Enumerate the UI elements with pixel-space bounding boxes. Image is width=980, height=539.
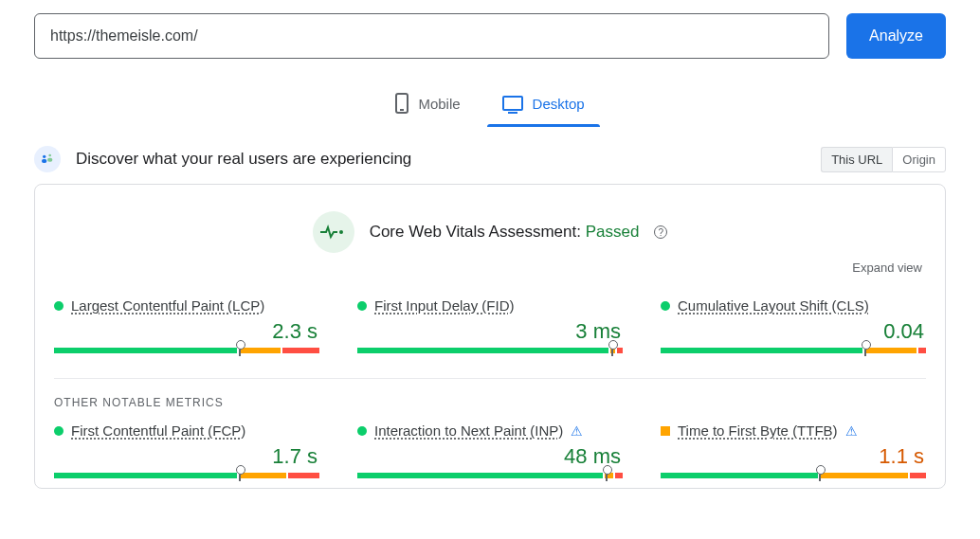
metric-name-link[interactable]: Largest Contentful Paint (LCP)	[71, 297, 264, 314]
scope-this-url[interactable]: This URL	[821, 147, 892, 172]
url-input[interactable]	[34, 13, 829, 59]
experimental-icon: ⚠	[571, 423, 583, 439]
distribution-bar	[357, 473, 623, 478]
metric: Interaction to Next Paint (INP) ⚠48 ms	[357, 422, 623, 478]
tab-mobile-label: Mobile	[418, 96, 460, 112]
metric-name-link[interactable]: First Input Delay (FID)	[374, 297, 515, 314]
metric-name-link[interactable]: Time to First Byte (TTFB)	[678, 422, 838, 439]
svg-point-1	[48, 154, 51, 157]
other-metrics-heading: OTHER NOTABLE METRICS	[54, 396, 926, 409]
assessment-text: Core Web Vitals Assessment: Passed	[370, 223, 640, 242]
distribution-bar	[661, 473, 926, 478]
assessment-status: Passed	[586, 223, 640, 241]
metric-value: 0.04	[661, 319, 924, 344]
metric: Time to First Byte (TTFB) ⚠1.1 s	[661, 422, 926, 478]
experimental-icon: ⚠	[845, 423, 858, 439]
status-indicator	[54, 301, 64, 311]
metric: First Input Delay (FID)3 ms	[357, 297, 623, 353]
distribution-bar	[357, 348, 623, 353]
tab-mobile[interactable]: Mobile	[384, 85, 471, 127]
svg-rect-2	[42, 159, 46, 163]
status-indicator	[661, 426, 670, 436]
metric-name-link[interactable]: Interaction to Next Paint (INP)	[374, 422, 563, 439]
metric: First Contentful Paint (FCP)1.7 s	[54, 422, 319, 478]
desktop-icon	[502, 96, 523, 111]
metric: Cumulative Layout Shift (CLS)0.04	[661, 297, 926, 353]
status-indicator	[54, 426, 64, 436]
status-indicator	[357, 426, 367, 436]
scope-toggle: This URL Origin	[821, 147, 946, 172]
metric-value: 3 ms	[357, 319, 621, 344]
status-indicator	[661, 301, 670, 311]
metric-value: 2.3 s	[54, 319, 318, 344]
discover-heading: Discover what your real users are experi…	[76, 150, 411, 169]
svg-rect-3	[47, 158, 52, 162]
assessment-label: Core Web Vitals Assessment:	[370, 223, 581, 241]
metric-value: 48 ms	[357, 444, 621, 469]
status-indicator	[357, 301, 367, 311]
metric: Largest Contentful Paint (LCP)2.3 s	[54, 297, 319, 353]
svg-point-4	[339, 230, 343, 234]
distribution-bar	[54, 348, 319, 353]
pulse-icon	[313, 211, 354, 253]
scope-origin[interactable]: Origin	[892, 147, 946, 172]
metric-name-link[interactable]: First Contentful Paint (FCP)	[71, 422, 245, 439]
help-icon[interactable]: ?	[654, 225, 667, 239]
analyze-button[interactable]: Analyze	[846, 13, 946, 59]
users-icon	[34, 146, 61, 172]
svg-point-0	[43, 155, 45, 158]
metric-value: 1.1 s	[661, 444, 924, 469]
field-data-card: Core Web Vitals Assessment: Passed ? Exp…	[34, 184, 946, 489]
mobile-icon	[395, 93, 408, 114]
divider	[54, 378, 926, 379]
distribution-bar	[54, 473, 319, 478]
tab-desktop[interactable]: Desktop	[491, 85, 596, 127]
metric-value: 1.7 s	[54, 444, 318, 469]
expand-view-link[interactable]: Expand view	[54, 261, 922, 275]
tab-desktop-label: Desktop	[533, 96, 585, 112]
metric-name-link[interactable]: Cumulative Layout Shift (CLS)	[678, 297, 869, 314]
distribution-bar	[661, 348, 926, 353]
